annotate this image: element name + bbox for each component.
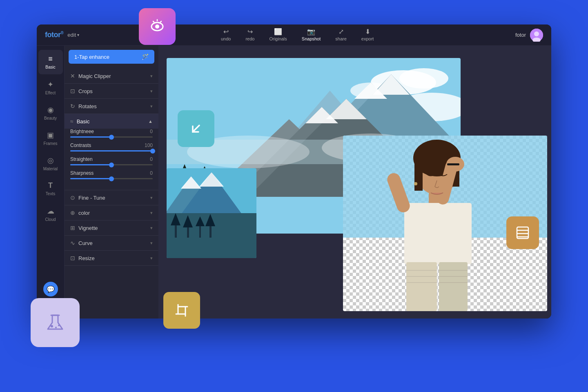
basic-chevron: ▲ [148, 119, 153, 124]
frames-icon: ▣ [47, 131, 54, 140]
svg-rect-58 [199, 225, 201, 238]
wand-icon: 🪄 [142, 53, 149, 60]
contrasts-slider-row: Contrasts 100 [70, 143, 153, 151]
curve-icon: ∿ [70, 240, 75, 246]
sidebar-item-material[interactable]: ◎ Material [38, 151, 63, 176]
contrasts-thumb[interactable] [150, 149, 155, 154]
rotates-header[interactable]: ↻ Rotates ▾ [65, 99, 158, 114]
originals-button[interactable]: ⬜ Originals [269, 29, 287, 41]
curve-header[interactable]: ∿ Curve ▾ [65, 236, 158, 250]
beauty-label: Beauty [44, 116, 57, 120]
fine-tune-chevron: ▾ [150, 195, 153, 200]
curve-section: ∿ Curve ▾ [65, 236, 158, 251]
straighten-label: Straighten 0 [70, 156, 153, 162]
share-icon: ⤢ [339, 29, 344, 35]
rotates-label: Rotates [78, 103, 97, 109]
cloud-label: Cloud [45, 217, 56, 222]
resize-chevron: ▾ [150, 256, 153, 261]
color-header[interactable]: ⊕ color ▾ [65, 205, 158, 220]
export-button[interactable]: ⬇ export [361, 29, 374, 41]
export-icon: ⬇ [365, 29, 370, 35]
stripe-float-icon [506, 216, 539, 249]
tool-panel: 1-Tap enhance 🪄 ✕ Magic Clipper ▾ ⊡ [65, 46, 158, 318]
sidebar-item-frames[interactable]: ▣ Frames [38, 126, 63, 150]
icon-sidebar: ≡ Basic ✦ Effect ◉ Beauty ▣ Frames ◎ Mat… [37, 46, 65, 318]
straighten-fill [70, 164, 111, 165]
vignette-chevron: ▾ [150, 225, 153, 231]
undo-icon: ↩ [223, 29, 229, 35]
edit-menu[interactable]: edit ▾ [67, 32, 79, 38]
crop-float-icon [163, 292, 200, 329]
snapshot-icon: 📷 [307, 29, 315, 35]
sidebar-item-cloud[interactable]: ☁ Cloud [38, 202, 63, 226]
contrasts-label-text: Contrasts [70, 143, 91, 148]
share-button[interactable]: ⤢ share [335, 29, 347, 41]
sidebar-item-basic[interactable]: ≡ Basic [38, 50, 63, 74]
magic-clipper-header[interactable]: ✕ Magic Clipper ▾ [65, 69, 158, 83]
sidebar-item-texts[interactable]: T Texts [38, 176, 63, 201]
brightness-fill [70, 136, 111, 138]
basic-section: ≈ Basic ▲ Brightneee 0 [65, 114, 158, 190]
sidebar-item-effect[interactable]: ✦ Effect [38, 75, 63, 100]
sharpness-label-text: Sharpness [70, 170, 94, 176]
color-section: ⊕ color ▾ [65, 205, 158, 220]
magic-clipper-icon: ✕ [70, 73, 75, 79]
canvas-area[interactable] [158, 46, 551, 318]
svg-rect-74 [404, 203, 472, 264]
svg-line-4 [153, 21, 154, 22]
straighten-label-text: Straighten [70, 156, 93, 162]
rotates-icon: ↻ [70, 103, 75, 109]
one-tap-enhance-button[interactable]: 1-Tap enhance 🪄 [69, 50, 154, 64]
resize-header[interactable]: ⊡ Resize ▾ [65, 251, 158, 265]
username-label: fotor [515, 32, 526, 38]
logo-text: fotor [45, 31, 60, 39]
redo-button[interactable]: ↪ redo [245, 29, 254, 41]
svg-point-24 [399, 68, 448, 89]
sharpness-slider-row: Sharpness 0 [70, 170, 153, 179]
vignette-section: ⊞ Vignette ▾ [65, 220, 158, 236]
cloud-icon: ☁ [47, 207, 54, 216]
contrasts-track[interactable] [70, 150, 153, 151]
straighten-slider-row: Straighten 0 [70, 156, 153, 165]
undo-label: undo [221, 36, 231, 41]
snapshot-button[interactable]: 📷 Snapshot [302, 29, 321, 41]
snapshot-label: Snapshot [302, 36, 321, 41]
topbar: fotor® edit ▾ ↩ undo ↪ redo ⬜ Originals … [37, 24, 551, 46]
straighten-thumb[interactable] [109, 163, 114, 167]
magic-clipper-section: ✕ Magic Clipper ▾ [65, 69, 158, 84]
texts-icon: T [48, 181, 53, 190]
originals-icon: ⬜ [274, 29, 282, 35]
rotates-section: ↻ Rotates ▾ [65, 99, 158, 114]
svg-point-86 [414, 182, 417, 185]
crops-label: Crops [78, 88, 93, 94]
arrow-float-icon [178, 110, 214, 147]
user-avatar[interactable] [530, 29, 543, 42]
brightness-label: Brightneee 0 [70, 129, 153, 134]
sidebar-item-beauty[interactable]: ◉ Beauty [38, 100, 63, 125]
sharpness-thumb[interactable] [109, 176, 114, 181]
lab-float-icon [31, 298, 80, 347]
app-window: fotor® edit ▾ ↩ undo ↪ redo ⬜ Originals … [37, 24, 551, 318]
app-logo: fotor® [45, 31, 63, 39]
crops-header[interactable]: ⊡ Crops ▾ [65, 84, 158, 98]
magic-clipper-chevron: ▾ [150, 74, 153, 79]
svg-rect-5 [178, 307, 185, 314]
undo-button[interactable]: ↩ undo [221, 29, 231, 41]
sharpness-track[interactable] [70, 178, 153, 179]
straighten-track[interactable] [70, 164, 153, 165]
effect-icon: ✦ [47, 80, 53, 89]
basic-section-icon: ≈ [70, 118, 74, 125]
brightness-thumb[interactable] [109, 135, 114, 140]
basic-section-header[interactable]: ≈ Basic ▲ [65, 114, 158, 129]
contrasts-fill [70, 150, 153, 151]
fine-tune-section: ⊙ Fine - Tune ▾ [65, 190, 158, 205]
svg-rect-78 [406, 262, 437, 311]
color-label: color [78, 210, 90, 216]
vignette-header[interactable]: ⊞ Vignette ▾ [65, 220, 158, 235]
fine-tune-header[interactable]: ⊙ Fine - Tune ▾ [65, 190, 158, 205]
chat-button[interactable]: 💬 [43, 282, 58, 296]
texts-label: Texts [46, 192, 55, 196]
eye-float-icon [139, 8, 176, 45]
redo-icon: ↪ [247, 29, 253, 35]
brightness-track[interactable] [70, 136, 153, 138]
